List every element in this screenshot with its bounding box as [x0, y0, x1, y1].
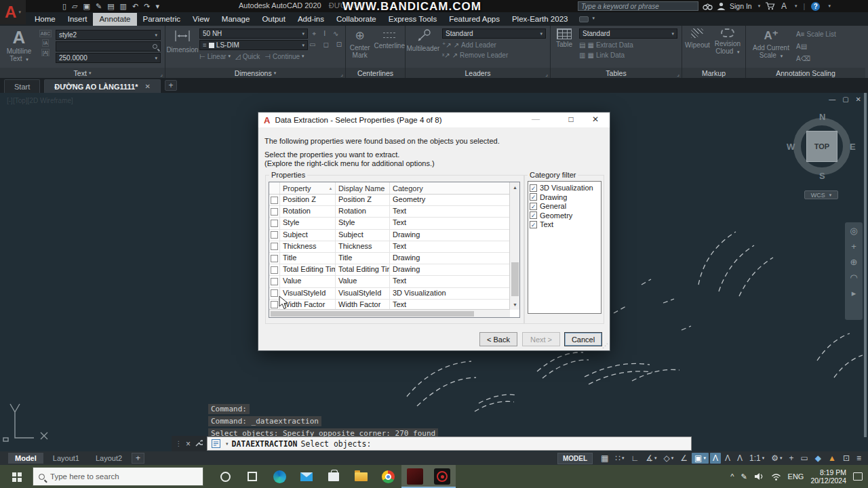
table-row[interactable]: ThicknessThicknessText [269, 241, 510, 253]
grid-icon[interactable]: ▦ [598, 453, 611, 464]
isometric-drafting-icon[interactable]: ◇▾ [661, 453, 677, 464]
ribbon-tab-featured-apps[interactable]: Featured Apps [443, 13, 506, 26]
wifi-icon[interactable] [771, 473, 781, 481]
crosshair-icon[interactable]: + [786, 453, 796, 464]
ribbon-tab-plex-earth-2023[interactable]: Plex-Earth 2023 [506, 13, 574, 26]
category-filter-item[interactable]: ✓General [530, 202, 599, 210]
table-row[interactable]: SubjectSubjectDrawing [269, 230, 510, 241]
row-checkbox[interactable] [271, 208, 278, 216]
close-tab-icon[interactable]: ✕ [145, 83, 151, 90]
annotation-visibility-icon[interactable]: Λ [710, 453, 721, 464]
graphics-performance-icon[interactable]: ▲ [825, 453, 839, 464]
model-space-indicator[interactable]: MODEL [557, 453, 593, 464]
file-tab-active-document[interactable]: ĐƯỜNG AO LÀNG1111*✕ [44, 79, 161, 93]
explorer-taskbar-button[interactable] [347, 465, 374, 488]
autocad-taskbar-button[interactable] [401, 465, 429, 488]
clean-screen-icon[interactable]: ⊡ [840, 453, 852, 464]
dialog-launcher-icon[interactable]: ⌟ [677, 71, 679, 77]
close-command-line-icon[interactable]: × [186, 439, 191, 449]
multileader-button[interactable]: Multileader [406, 26, 441, 68]
dim-break-icon[interactable]: ⌖ [313, 30, 317, 38]
revision-cloud-button[interactable]: Revision Cloud ▾ [713, 26, 743, 68]
help-search-input[interactable] [578, 1, 698, 11]
text-align-icon[interactable]: IA [42, 39, 50, 47]
table-row[interactable]: Total Editing TimeTotal Editing TimeDraw… [269, 264, 510, 276]
panel-title-markup[interactable]: Markup [682, 68, 745, 78]
multiline-text-button[interactable]: A Multiline Text ▾ [0, 26, 38, 68]
header-checkbox-column[interactable] [269, 182, 280, 194]
ribbon-tab-add-ins[interactable]: Add-ins [292, 13, 330, 26]
mail-taskbar-button[interactable] [293, 465, 320, 488]
extract-data-button[interactable]: Extract Data [596, 41, 633, 49]
bandicam-taskbar-button[interactable] [429, 465, 456, 488]
add-current-scale-button[interactable]: A⁺ Add Current Scale ▾ [746, 26, 796, 68]
cart-icon[interactable] [765, 2, 775, 10]
row-checkbox[interactable] [271, 243, 278, 250]
ribbon-tab-view[interactable]: View [186, 13, 216, 26]
panel-title-centerlines[interactable]: Centerlines [346, 68, 405, 78]
header-category[interactable]: Category [390, 182, 510, 194]
drawing-scrollbar[interactable] [864, 93, 867, 437]
compass-north-label[interactable]: N [819, 112, 825, 122]
cortana-taskbar-button[interactable] [212, 465, 239, 488]
scroll-down-icon[interactable]: ▼ [510, 300, 520, 310]
chevron-down-icon[interactable]: ▾ [758, 3, 761, 9]
action-center-icon[interactable] [853, 472, 863, 481]
showmotion-icon[interactable]: ▸ [852, 289, 856, 298]
dialog-launcher-icon[interactable]: ⌟ [160, 71, 163, 77]
customize-quick-access-icon[interactable]: ▾ [155, 2, 159, 11]
row-checkbox[interactable] [271, 289, 278, 297]
isolate-objects-icon[interactable]: ◆ [812, 453, 824, 464]
chevron-down-icon[interactable]: ▾ [795, 3, 797, 9]
row-checkbox[interactable] [271, 231, 278, 239]
customization-icon[interactable]: ≡ [854, 453, 864, 464]
dim-jog-icon[interactable]: ∿ [333, 30, 338, 38]
table-vertical-scrollbar[interactable]: ▲ ▼ [509, 182, 519, 310]
panel-title-leaders[interactable]: Leaders⌟ [406, 68, 550, 78]
scroll-up-icon[interactable]: ▲ [510, 182, 520, 192]
header-display-name[interactable]: Display Name [336, 182, 390, 194]
continue-button[interactable]: Continue [273, 53, 300, 60]
add-leader-button[interactable]: Add Leader [461, 41, 496, 49]
category-checkbox[interactable]: ✓ [530, 193, 537, 201]
link-data-button[interactable]: Link Data [596, 52, 625, 59]
dim-override-icon[interactable]: ◻ [323, 41, 328, 48]
quick-properties-icon[interactable]: ▭ [797, 453, 810, 464]
recent-commands-icon[interactable]: ▾ [226, 441, 229, 447]
row-checkbox[interactable] [271, 197, 278, 204]
task-view-taskbar-button[interactable] [239, 465, 266, 488]
panel-title-text[interactable]: Text▾⌟ [0, 68, 165, 78]
dialog-launcher-icon[interactable]: ⌟ [545, 71, 548, 77]
table-row[interactable]: Position ZPosition ZGeometry [269, 195, 510, 206]
row-checkbox[interactable] [271, 255, 278, 262]
header-property[interactable]: Property [280, 182, 336, 194]
pan-icon[interactable]: + [851, 242, 856, 251]
viewcube-top-face[interactable]: TOP [806, 131, 837, 162]
quick-button[interactable]: Quick [243, 53, 260, 60]
save-icon[interactable]: ▣ [83, 2, 90, 11]
user-icon[interactable] [717, 2, 726, 10]
hidden-icons-chevron[interactable]: ^ [730, 472, 734, 481]
screen-record-icon[interactable] [579, 16, 589, 22]
orbit-icon[interactable]: ◠ [850, 273, 857, 283]
edge-taskbar-button[interactable] [266, 465, 293, 488]
back-button[interactable]: < Back [479, 332, 517, 346]
ribbon-tab-parametric[interactable]: Parametric [137, 13, 187, 26]
scale-list-button[interactable]: Scale List [807, 30, 836, 38]
dialog-close-button[interactable]: ✕ [588, 115, 603, 124]
category-checkbox[interactable]: ✓ [530, 221, 537, 228]
table-row[interactable]: VisualStyleIdVisualStyleId3D Visualizati… [269, 288, 510, 300]
ribbon-tab-output[interactable]: Output [256, 13, 292, 26]
dim-layer-select[interactable]: ≡LS-DIM▾ [199, 40, 308, 50]
language-indicator[interactable]: ENG [788, 472, 804, 481]
polar-tracking-icon[interactable]: ∡▾ [643, 453, 659, 464]
row-checkbox[interactable] [271, 266, 278, 274]
new-drawing-tab-button[interactable]: + [165, 80, 177, 91]
ribbon-tab-insert[interactable]: Insert [62, 13, 94, 26]
application-menu-button[interactable]: A▾ [0, 0, 26, 24]
category-filter-item[interactable]: ✓Drawing [530, 193, 599, 201]
help-icon[interactable]: ? [811, 2, 820, 11]
table-button[interactable]: Table [551, 26, 578, 68]
start-button[interactable] [0, 465, 33, 488]
drag-grip-icon[interactable]: ⋮ [175, 440, 182, 447]
